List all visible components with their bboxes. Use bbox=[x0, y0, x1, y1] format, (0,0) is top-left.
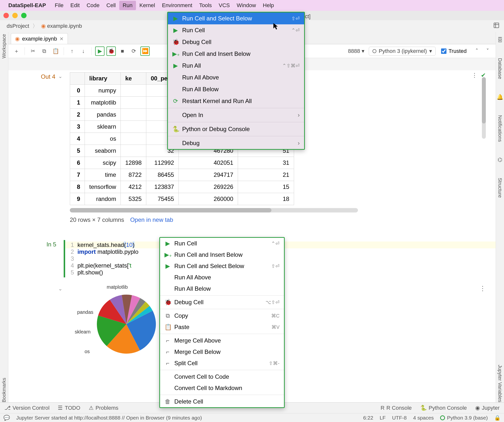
status-lock-icon[interactable]: 🔒 bbox=[494, 415, 501, 421]
ctx-menu-item[interactable]: ▶₊Run Cell and Insert Below bbox=[160, 249, 284, 260]
debug-cell-button[interactable]: 🐞 bbox=[106, 46, 116, 56]
stop-button[interactable]: ■ bbox=[118, 46, 127, 56]
menu-code[interactable]: Code bbox=[83, 1, 103, 10]
tab-example[interactable]: ◉ example.ipynb ✕ bbox=[11, 33, 68, 44]
ctx-menu-item[interactable]: ⧉Copy⌘C bbox=[160, 310, 284, 321]
ctx-menu-item[interactable]: ⌐Merge Cell Below bbox=[160, 346, 284, 358]
kernel-selector[interactable]: Python 3 (ipykernel) ▾ bbox=[369, 47, 436, 56]
run-menu-item[interactable]: ⟳Restart Kernel and Run All bbox=[168, 95, 304, 107]
ctx-menu-item[interactable]: Convert Cell to Markdown bbox=[160, 382, 284, 394]
bell-icon[interactable]: 🔔 bbox=[497, 94, 503, 100]
structure-tool[interactable]: Structure bbox=[497, 178, 503, 198]
run-menu-item[interactable]: ▶Run Cell⌃⏎ bbox=[168, 24, 304, 36]
collapse-icon[interactable]: ⌄ bbox=[58, 286, 62, 292]
move-down-button[interactable]: ↓ bbox=[79, 46, 88, 56]
cut-button[interactable]: ✂ bbox=[28, 46, 38, 56]
add-cell-button[interactable]: ＋ bbox=[12, 46, 21, 56]
ctx-menu-item[interactable]: ▶Run Cell and Select Below⇧⏎ bbox=[160, 260, 284, 272]
app-name[interactable]: DataSpell-EAP bbox=[8, 2, 46, 9]
trusted-checkbox[interactable]: Trusted bbox=[441, 48, 467, 54]
breadcrumb-project[interactable]: dsProject bbox=[4, 22, 32, 30]
status-message[interactable]: Jupyter Server started at http://localho… bbox=[16, 415, 202, 421]
run-menu-item[interactable]: Open In› bbox=[168, 109, 304, 121]
ctx-menu-item[interactable]: Convert Cell to Code bbox=[160, 371, 284, 382]
menu-edit[interactable]: Edit bbox=[67, 1, 83, 10]
ctx-menu-item[interactable]: Run All Above bbox=[160, 272, 284, 283]
notifications-tool[interactable]: Notifications bbox=[497, 115, 503, 142]
status-indent[interactable]: 4 spaces bbox=[413, 415, 434, 421]
svg-rect-0 bbox=[494, 23, 499, 28]
menu-file[interactable]: File bbox=[51, 1, 67, 10]
ctx-menu-item[interactable]: 📋Paste⌘V bbox=[160, 321, 284, 333]
collapse-icon[interactable]: ⌄ bbox=[58, 73, 62, 79]
run-menu-item[interactable]: 🐞Debug Cell bbox=[168, 36, 304, 48]
h-scrollbar[interactable] bbox=[70, 208, 358, 212]
run-menu-item[interactable]: 🐍Python or Debug Console bbox=[168, 123, 304, 135]
menu-vcs[interactable]: VCS bbox=[215, 1, 233, 10]
run-menu-item[interactable]: Run All Above bbox=[168, 72, 304, 83]
prev-cell-button[interactable]: ˄ bbox=[472, 46, 481, 56]
ctx-menu-item[interactable]: ▶Run Cell⌃⏎ bbox=[160, 238, 284, 249]
run-menu-item[interactable]: Run All Below bbox=[168, 83, 304, 95]
menu-kernel[interactable]: Kernel bbox=[136, 1, 159, 10]
jupyter-tool[interactable]: ◉ Jupyter bbox=[475, 405, 500, 411]
ctx-menu-item[interactable]: ⌐Merge Cell Above bbox=[160, 335, 284, 346]
run-all-button[interactable]: ⏩ bbox=[140, 46, 150, 56]
ctx-menu-item[interactable]: 🐞Debug Cell⌥⇧⏎ bbox=[160, 297, 284, 308]
ctx-menu-item[interactable]: 🗑Delete Cell bbox=[160, 396, 284, 407]
database-icon[interactable]: 🗄 bbox=[497, 37, 503, 43]
database-tool[interactable]: Database bbox=[497, 58, 503, 79]
run-menu-item[interactable]: ▶₊Run Cell and Insert Below bbox=[168, 48, 304, 60]
traffic-light-max[interactable] bbox=[21, 13, 27, 18]
r-console-tool[interactable]: R R Console bbox=[381, 405, 412, 411]
status-eol[interactable]: LF bbox=[380, 415, 386, 421]
paste-button[interactable]: 📋 bbox=[51, 46, 60, 56]
breadcrumb-file[interactable]: ◉example.ipynb bbox=[38, 22, 85, 30]
status-msg-icon[interactable]: 💬 bbox=[3, 415, 10, 421]
ctx-menu-item[interactable]: Run All Below bbox=[160, 283, 284, 294]
menu-environment[interactable]: Environment bbox=[159, 1, 196, 10]
df-summary: 20 rows × 7 columns Open in new tab bbox=[70, 216, 496, 223]
run-menu-item[interactable]: ▶Run Cell and Select Below⇧⏎ bbox=[168, 13, 304, 24]
run-menu-item[interactable]: ▶Run All⌃⇧⌘⏎ bbox=[168, 60, 304, 72]
problems-tool[interactable]: ⚠ Problems bbox=[89, 405, 119, 411]
traffic-light-min[interactable] bbox=[12, 13, 18, 18]
mac-menubar: DataSpell-EAP File Edit Code Cell Run Ke… bbox=[0, 0, 504, 11]
server-selector[interactable]: 8888 ▾ bbox=[345, 47, 367, 55]
jupyter-icon: ◉ bbox=[15, 36, 20, 42]
bookmarks-tool[interactable]: Bookmarks bbox=[1, 378, 7, 402]
menu-help[interactable]: Help bbox=[259, 1, 277, 10]
status-position[interactable]: 6:22 bbox=[363, 415, 373, 421]
status-interpreter[interactable]: Python 3.9 (base) bbox=[440, 415, 488, 421]
open-in-new-tab-link[interactable]: Open in new tab bbox=[130, 216, 173, 223]
jupyter-vars-tool[interactable]: Jupyter Variables bbox=[497, 365, 503, 402]
copy-button[interactable]: ⧉ bbox=[40, 46, 49, 56]
menu-window[interactable]: Window bbox=[233, 1, 259, 10]
output-kebab-icon[interactable]: ⋮ bbox=[479, 285, 486, 359]
version-control-tool[interactable]: ⎇ Version Control bbox=[4, 405, 49, 411]
ctx-menu-item[interactable]: ⌐Split Cell⇧⌘- bbox=[160, 358, 284, 369]
run-cell-button[interactable]: ▶ bbox=[95, 46, 104, 56]
v-scrollbar[interactable] bbox=[482, 77, 486, 139]
jupyter-icon: ◉ bbox=[41, 23, 46, 29]
restart-button[interactable]: ⟳ bbox=[129, 46, 138, 56]
table-kebab-icon[interactable]: ⋮ bbox=[472, 72, 477, 79]
python-console-tool[interactable]: 🐍 Python Console bbox=[420, 405, 467, 411]
menu-run[interactable]: Run bbox=[119, 1, 136, 10]
left-tool-stripe: Workspace Bookmarks bbox=[0, 32, 8, 407]
workspace-tool[interactable]: Workspace bbox=[1, 34, 7, 59]
menu-tools[interactable]: Tools bbox=[196, 1, 215, 10]
traffic-light-close[interactable] bbox=[3, 13, 9, 18]
move-up-button[interactable]: ↑ bbox=[67, 46, 77, 56]
structure-icon[interactable]: ⌬ bbox=[498, 157, 502, 163]
pie-label-os: os bbox=[85, 349, 90, 354]
ide-settings-icon[interactable] bbox=[493, 22, 500, 30]
todo-tool[interactable]: ☰ TODO bbox=[58, 405, 80, 411]
next-cell-button[interactable]: ˅ bbox=[483, 46, 492, 56]
tab-label: example.ipynb bbox=[22, 36, 57, 42]
close-icon[interactable]: ✕ bbox=[59, 36, 64, 42]
breadcrumb-sep: 〉 bbox=[32, 22, 38, 30]
menu-cell[interactable]: Cell bbox=[103, 1, 119, 10]
status-encoding[interactable]: UTF-8 bbox=[392, 415, 407, 421]
run-menu-item[interactable]: Debug› bbox=[168, 137, 304, 149]
